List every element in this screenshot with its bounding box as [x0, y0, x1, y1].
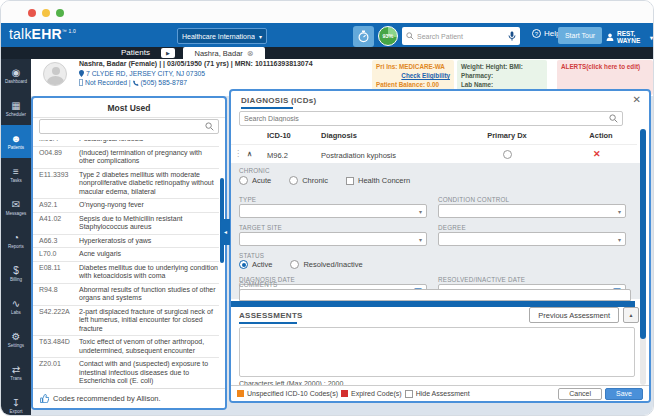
top-navbar: talkEHR™ 1.0 Healthcare International ▾ … [1, 23, 653, 49]
resolved-radio[interactable] [290, 260, 299, 269]
user-menu[interactable]: REST, WAYNE ▾ [606, 30, 653, 44]
diagnosis-search-input[interactable] [244, 115, 609, 122]
degree-select[interactable]: ▾ [438, 232, 626, 246]
primary-dx-radio[interactable] [503, 150, 512, 159]
sidebar-item-transactions[interactable]: ⇄Trans [1, 356, 31, 389]
sidebar-item-reports[interactable]: ◔Reports [1, 224, 31, 257]
icd-code: E11.3393 [39, 171, 79, 197]
assessments-underline [239, 322, 297, 324]
sidebar-item-export[interactable]: ↧Export [1, 389, 31, 416]
play-icon: ▶ [166, 50, 170, 56]
most-used-search-input[interactable] [44, 123, 205, 130]
sidebar-item-dashboard[interactable]: ◉Dashboard [1, 59, 31, 92]
icd-description: Toxic effect of venom of other arthropod… [79, 338, 219, 355]
panel-collapse-handle[interactable]: ◄ [221, 219, 230, 245]
icd-description: O'nyong-nyong fever [79, 201, 219, 210]
chevron-up-icon: ▲ [629, 312, 634, 318]
comments-input[interactable] [239, 289, 631, 301]
sidebar-item-billing[interactable]: $Billing [1, 257, 31, 290]
minimize-window-icon[interactable] [42, 9, 50, 17]
most-used-item[interactable]: Z20.01Contact with and (suspected) expos… [33, 358, 219, 386]
scheduler-icon: ▦ [11, 100, 20, 112]
acute-radio[interactable] [239, 176, 248, 185]
assessment-textarea[interactable] [239, 327, 635, 377]
icd-description: Abnormal results of function studies of … [79, 286, 219, 303]
cancel-button[interactable]: Cancel [558, 388, 602, 400]
tab-patients[interactable]: Patients [121, 48, 150, 57]
condition-control-select[interactable]: ▾ [438, 204, 626, 218]
organization-dropdown[interactable]: Healthcare International ▾ [177, 28, 267, 44]
sidebar-item-settings[interactable]: ⚙Settings [1, 323, 31, 356]
icd-description: Contact with and (suspected) exposure to… [79, 360, 219, 386]
usage-meter-badge[interactable]: 93% [378, 26, 398, 46]
icd-code: L70.0 [39, 250, 79, 259]
reports-icon: ◔ [13, 232, 19, 244]
chronic-label: CHRONIC [239, 167, 270, 174]
most-used-item[interactable]: L70.0Acne vulgaris [33, 248, 219, 262]
target-site-select[interactable]: ▾ [239, 232, 427, 246]
most-used-item[interactable]: A92.1O'nyong-nyong fever [33, 199, 219, 213]
mobile-icon [79, 79, 83, 86]
maximize-window-icon[interactable] [56, 9, 64, 17]
most-used-item[interactable]: A41.02Sepsis due to Methicillin resistan… [33, 213, 219, 235]
sidebar-item-messages[interactable]: ✉Messages [1, 191, 31, 224]
tab-active-patient[interactable]: Nashra, Badar ⊗ [183, 47, 265, 59]
expired-code-swatch [341, 390, 348, 397]
close-dialog-icon[interactable]: ✕ [633, 94, 641, 105]
check-eligibility-link[interactable]: Check Eligibility [376, 71, 450, 80]
microphone-icon[interactable] [508, 31, 516, 42]
type-select[interactable]: ▾ [239, 204, 427, 218]
messages-icon: ✉ [12, 199, 20, 211]
patient-search [402, 27, 520, 45]
most-used-item[interactable]: R94.8Abnormal results of function studie… [33, 284, 219, 306]
patient-name-line: Nashra, Badar (Female) | | 03/05/1950 (7… [79, 59, 399, 69]
most-used-item[interactable]: E11.3393Type 2 diabetes mellitus with mo… [33, 169, 219, 200]
close-window-icon[interactable] [28, 9, 36, 17]
billing-icon: $ [13, 265, 19, 277]
start-tour-button[interactable]: Start Tour [558, 27, 602, 44]
previous-assessment-button[interactable]: Previous Assessment [529, 307, 619, 323]
resolved-date-label: RESOLVED/INACTIVE DATE [438, 276, 525, 283]
row-diagnosis: Postradiation kyphosis [321, 151, 396, 160]
most-used-item[interactable]: E08.11Diabetes mellitus due to underlyin… [33, 262, 219, 284]
sidebar-item-patients[interactable]: ☻Patients [1, 125, 31, 158]
help-button[interactable]: ? Help [532, 29, 560, 38]
sidebar-item-label: Reports [8, 244, 24, 250]
collapse-row-icon[interactable]: ∧ [247, 150, 252, 158]
icd-description: Acne vulgaris [79, 250, 219, 259]
health-concern-checkbox[interactable] [346, 177, 354, 185]
save-button[interactable]: Save [605, 388, 643, 400]
close-tab-icon[interactable]: ⊗ [247, 49, 254, 58]
drag-handle-icon[interactable]: ⋮ [234, 149, 242, 158]
most-used-item[interactable]: T63.484DToxic effect of venom of other a… [33, 336, 219, 358]
patient-search-input[interactable] [417, 33, 505, 40]
degree-label: DEGREE [438, 224, 466, 231]
chevron-down-icon: ▾ [650, 34, 653, 41]
sidebar-item-tasks[interactable]: ≡Tasks [1, 158, 31, 191]
active-radio[interactable] [239, 260, 248, 269]
dialog-scrollbar-thumb[interactable] [640, 129, 646, 339]
icd-code: E08.11 [39, 264, 79, 281]
chronic-radio[interactable] [289, 176, 298, 185]
icd-description: Postsurgical lordosis [79, 140, 219, 144]
dashboard-icon: ◉ [12, 67, 21, 79]
most-used-item[interactable]: O04.89(Induced) termination of pregnancy… [33, 147, 219, 169]
dialog-title: DIAGNOSIS (ICDs) [241, 96, 316, 105]
sidebar-item-scheduler[interactable]: ▦Scheduler [1, 92, 31, 125]
status-options: Active Resolved/Inactive [239, 260, 363, 269]
play-button[interactable]: ▶ [161, 48, 175, 58]
delete-row-icon[interactable]: ✕ [593, 149, 601, 159]
icd-description: Hyperkeratosis of yaws [79, 237, 219, 246]
assessment-collapse-button[interactable]: ▲ [623, 307, 639, 323]
most-used-item[interactable]: A66.3Hyperkeratosis of yaws [33, 235, 219, 249]
diagnosis-table-header: ICD-10 Diagnosis Primary Dx Action [231, 131, 637, 144]
dialog-scrollbar[interactable] [640, 129, 646, 385]
sidebar-item-labs[interactable]: ∿Labs [1, 290, 31, 323]
timer-button[interactable] [353, 26, 374, 47]
sidebar-item-label: Patients [8, 145, 24, 151]
diagnosis-form: CHRONIC Acute Chronic Health Concern TYP… [231, 163, 641, 299]
hide-assessment-checkbox[interactable] [405, 390, 413, 398]
diagnosis-table-row: ⋮ ∧ M96.2 Postradiation kyphosis ✕ [231, 144, 637, 164]
most-used-item[interactable]: S42.222A2-part displaced fracture of sur… [33, 306, 219, 337]
icd-description: Type 2 diabetes mellitus with moderate n… [79, 171, 219, 197]
